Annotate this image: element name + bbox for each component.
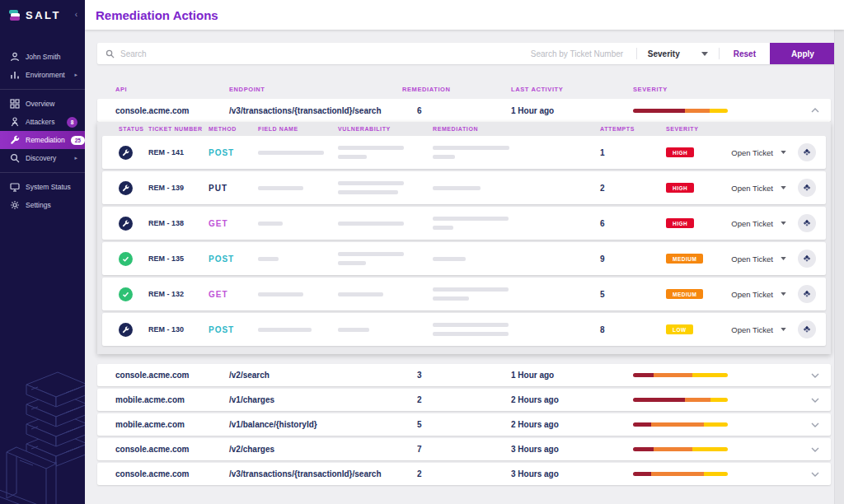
- sidebar-item-overview[interactable]: Overview: [0, 95, 85, 113]
- remediation-row[interactable]: REM - 130 POST 8 LOW Open Ticket: [102, 313, 826, 346]
- jira-icon[interactable]: [798, 320, 816, 338]
- open-ticket-label: Open Ticket: [731, 148, 773, 157]
- magnifier-icon: [9, 153, 20, 164]
- api-group-row-expanded[interactable]: console.acme.com /v3/transactions/{trans…: [97, 99, 831, 122]
- field-name-skeleton: [258, 328, 338, 332]
- jira-icon[interactable]: [798, 179, 816, 197]
- sidebar-item-settings[interactable]: Settings: [0, 196, 85, 214]
- skeleton-bar: [258, 257, 279, 261]
- jira-icon[interactable]: [798, 143, 816, 161]
- sidebar-item-label: Remediation: [26, 136, 65, 144]
- open-ticket-dropdown[interactable]: Open Ticket: [731, 290, 786, 299]
- remediation-row[interactable]: REM - 132 GET 5 MEDIUM Open Ticket: [102, 278, 826, 310]
- last-activity-cell: 2 Hours ago: [511, 420, 633, 429]
- severity-badge: HIGH: [666, 218, 694, 228]
- severity-dropdown-label: Severity: [648, 49, 680, 58]
- sidebar-nav: John Smith Environment ▸ Overview: [0, 48, 85, 214]
- skeleton-bar: [433, 323, 509, 327]
- http-method: POST: [209, 148, 258, 157]
- open-ticket-dropdown[interactable]: Open Ticket: [731, 148, 786, 157]
- api-group-row[interactable]: console.acme.com /v2/search 3 1 Hour ago: [97, 364, 831, 386]
- open-ticket-dropdown[interactable]: Open Ticket: [731, 184, 786, 193]
- caret-down-icon: [781, 328, 786, 331]
- salt-logo-icon: [8, 9, 21, 21]
- sidebar-item-environment[interactable]: Environment ▸: [0, 66, 85, 84]
- severity-segment-medium: [651, 472, 704, 476]
- caret-down-icon: [781, 257, 786, 260]
- search-icon: [106, 49, 115, 58]
- http-method: POST: [209, 325, 258, 334]
- skeleton-bar: [433, 226, 453, 230]
- severity-segment-high: [633, 447, 654, 451]
- severity-segment-low: [704, 472, 728, 476]
- severity-segment-low: [710, 109, 728, 113]
- skeleton-bar: [338, 292, 383, 296]
- jira-icon[interactable]: [798, 285, 816, 303]
- sidebar-item-attackers[interactable]: Attackers 8: [0, 113, 85, 131]
- skeleton-bar: [338, 222, 404, 226]
- sidebar-divider: [0, 172, 85, 173]
- search-input[interactable]: [120, 49, 229, 58]
- severity-segment-low: [704, 422, 728, 427]
- ticket-number-input[interactable]: [531, 49, 636, 58]
- severity-badge: MEDIUM: [666, 289, 703, 299]
- chevron-down-icon[interactable]: [811, 447, 819, 452]
- sidebar-item-system-status[interactable]: System Status: [0, 178, 85, 196]
- remediation-row[interactable]: REM - 135 POST 9 MEDIUM Open Ticket: [102, 242, 826, 275]
- scrollbar-track[interactable]: [834, 30, 844, 504]
- skeleton-bar: [433, 186, 481, 190]
- logo-row: SALT ‹: [0, 0, 85, 30]
- skeleton-bar: [258, 292, 303, 296]
- search-field: [97, 49, 531, 58]
- sidebar-item-user[interactable]: John Smith: [0, 48, 85, 66]
- jira-icon[interactable]: [798, 214, 816, 232]
- severity-dropdown[interactable]: Severity: [637, 49, 719, 58]
- remediation-skeleton: [433, 146, 579, 159]
- subcolumn-field-name: FIELD NAME: [258, 126, 338, 132]
- content: Severity Reset Apply API ENDPOINT REMEDI…: [85, 30, 834, 504]
- endpoint-cell: /v2/search: [229, 371, 402, 380]
- filters-bar: Severity Reset Apply: [97, 43, 836, 64]
- chevron-down-icon[interactable]: [811, 373, 819, 378]
- severity-segment-medium: [685, 398, 710, 402]
- grid-icon: [9, 99, 20, 110]
- open-ticket-label: Open Ticket: [731, 254, 773, 264]
- sidebar-item-label: Overview: [26, 100, 54, 108]
- severity-segment-medium: [654, 447, 692, 451]
- vulnerability-skeleton: [338, 292, 433, 296]
- open-ticket-label: Open Ticket: [731, 184, 773, 193]
- check-status-icon: [119, 287, 133, 301]
- remediation-count: 3: [402, 371, 422, 380]
- jira-icon[interactable]: [798, 250, 816, 268]
- chevron-down-icon[interactable]: [811, 472, 819, 477]
- severity-segment-high: [633, 373, 654, 377]
- endpoint-cell: /v1/charges: [229, 395, 402, 404]
- open-ticket-dropdown[interactable]: Open Ticket: [731, 254, 786, 264]
- remediation-row[interactable]: REM - 139 PUT 2 HIGH Open Ticket: [102, 171, 826, 204]
- chevron-up-icon[interactable]: [811, 108, 819, 113]
- skeleton-bar: [258, 328, 312, 332]
- apply-button[interactable]: Apply: [770, 43, 836, 64]
- sidebar-item-discovery[interactable]: Discovery ▸: [0, 149, 85, 167]
- ticket-number: REM - 130: [148, 325, 209, 334]
- column-api: API: [115, 86, 229, 93]
- remediation-row[interactable]: REM - 138 GET 6 HIGH Open Ticket: [102, 207, 826, 240]
- page-header: Remediation Actions: [85, 0, 844, 30]
- remediation-row[interactable]: REM - 141 POST 1 HIGH Open Ticket: [102, 136, 826, 169]
- reset-button[interactable]: Reset: [720, 49, 770, 58]
- open-ticket-dropdown[interactable]: Open Ticket: [731, 219, 786, 228]
- subtable-rows: REM - 141 POST 1 HIGH Open Ticket: [102, 136, 826, 346]
- skeleton-bar: [338, 181, 404, 185]
- chevron-down-icon[interactable]: [811, 422, 819, 427]
- api-group-row[interactable]: mobile.acme.com /v1/balance/{historyId} …: [97, 413, 831, 436]
- api-group-row[interactable]: mobile.acme.com /v1/charges 2 2 Hours ag…: [97, 389, 831, 411]
- api-group-row[interactable]: console.acme.com /v2/charges 7 3 Hours a…: [97, 438, 831, 460]
- collapse-sidebar-icon[interactable]: ‹: [75, 11, 77, 19]
- remediation-skeleton: [433, 217, 579, 230]
- api-group-row[interactable]: console.acme.com /v3/transactions/{trans…: [97, 463, 831, 485]
- chevron-down-icon[interactable]: [811, 398, 819, 403]
- open-ticket-dropdown[interactable]: Open Ticket: [731, 325, 786, 334]
- attempts-count: 9: [579, 254, 649, 264]
- sidebar-item-remediation[interactable]: Remediation 25: [0, 131, 85, 149]
- remediation-count: 6: [402, 106, 422, 115]
